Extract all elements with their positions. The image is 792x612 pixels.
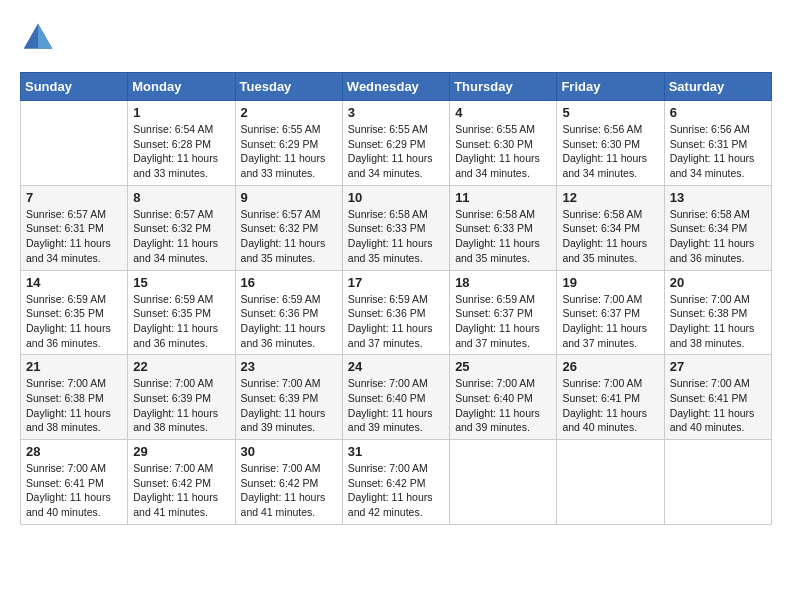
calendar-cell — [664, 440, 771, 525]
day-info: Sunrise: 6:58 AM Sunset: 6:33 PM Dayligh… — [348, 207, 444, 266]
day-info: Sunrise: 7:00 AM Sunset: 6:42 PM Dayligh… — [348, 461, 444, 520]
calendar-week-row: 14Sunrise: 6:59 AM Sunset: 6:35 PM Dayli… — [21, 270, 772, 355]
day-info: Sunrise: 7:00 AM Sunset: 6:42 PM Dayligh… — [241, 461, 337, 520]
day-number: 13 — [670, 190, 766, 205]
calendar-header-row: SundayMondayTuesdayWednesdayThursdayFrid… — [21, 73, 772, 101]
calendar-cell: 2Sunrise: 6:55 AM Sunset: 6:29 PM Daylig… — [235, 101, 342, 186]
day-number: 8 — [133, 190, 229, 205]
day-number: 23 — [241, 359, 337, 374]
day-info: Sunrise: 7:00 AM Sunset: 6:42 PM Dayligh… — [133, 461, 229, 520]
day-number: 11 — [455, 190, 551, 205]
day-number: 17 — [348, 275, 444, 290]
calendar-cell: 10Sunrise: 6:58 AM Sunset: 6:33 PM Dayli… — [342, 185, 449, 270]
calendar-cell: 17Sunrise: 6:59 AM Sunset: 6:36 PM Dayli… — [342, 270, 449, 355]
calendar-cell: 30Sunrise: 7:00 AM Sunset: 6:42 PM Dayli… — [235, 440, 342, 525]
day-info: Sunrise: 6:59 AM Sunset: 6:35 PM Dayligh… — [26, 292, 122, 351]
day-info: Sunrise: 6:57 AM Sunset: 6:32 PM Dayligh… — [133, 207, 229, 266]
day-info: Sunrise: 6:55 AM Sunset: 6:29 PM Dayligh… — [348, 122, 444, 181]
day-number: 15 — [133, 275, 229, 290]
day-number: 16 — [241, 275, 337, 290]
day-number: 20 — [670, 275, 766, 290]
calendar-cell: 11Sunrise: 6:58 AM Sunset: 6:33 PM Dayli… — [450, 185, 557, 270]
calendar-cell — [450, 440, 557, 525]
day-number: 31 — [348, 444, 444, 459]
day-info: Sunrise: 7:00 AM Sunset: 6:39 PM Dayligh… — [241, 376, 337, 435]
calendar-week-row: 28Sunrise: 7:00 AM Sunset: 6:41 PM Dayli… — [21, 440, 772, 525]
day-number: 30 — [241, 444, 337, 459]
calendar-cell: 28Sunrise: 7:00 AM Sunset: 6:41 PM Dayli… — [21, 440, 128, 525]
calendar-cell: 5Sunrise: 6:56 AM Sunset: 6:30 PM Daylig… — [557, 101, 664, 186]
day-number: 21 — [26, 359, 122, 374]
calendar-cell: 27Sunrise: 7:00 AM Sunset: 6:41 PM Dayli… — [664, 355, 771, 440]
day-number: 7 — [26, 190, 122, 205]
day-number: 4 — [455, 105, 551, 120]
day-number: 29 — [133, 444, 229, 459]
day-info: Sunrise: 6:56 AM Sunset: 6:30 PM Dayligh… — [562, 122, 658, 181]
calendar-cell: 13Sunrise: 6:58 AM Sunset: 6:34 PM Dayli… — [664, 185, 771, 270]
calendar-week-row: 1Sunrise: 6:54 AM Sunset: 6:28 PM Daylig… — [21, 101, 772, 186]
calendar-cell: 21Sunrise: 7:00 AM Sunset: 6:38 PM Dayli… — [21, 355, 128, 440]
day-info: Sunrise: 6:54 AM Sunset: 6:28 PM Dayligh… — [133, 122, 229, 181]
calendar-cell: 25Sunrise: 7:00 AM Sunset: 6:40 PM Dayli… — [450, 355, 557, 440]
page-header — [20, 20, 772, 56]
day-info: Sunrise: 6:59 AM Sunset: 6:36 PM Dayligh… — [241, 292, 337, 351]
day-info: Sunrise: 6:59 AM Sunset: 6:35 PM Dayligh… — [133, 292, 229, 351]
calendar-cell — [21, 101, 128, 186]
calendar-cell: 31Sunrise: 7:00 AM Sunset: 6:42 PM Dayli… — [342, 440, 449, 525]
day-info: Sunrise: 7:00 AM Sunset: 6:38 PM Dayligh… — [670, 292, 766, 351]
logo — [20, 20, 60, 56]
weekday-header: Thursday — [450, 73, 557, 101]
day-number: 1 — [133, 105, 229, 120]
calendar-week-row: 7Sunrise: 6:57 AM Sunset: 6:31 PM Daylig… — [21, 185, 772, 270]
day-number: 26 — [562, 359, 658, 374]
calendar-cell: 23Sunrise: 7:00 AM Sunset: 6:39 PM Dayli… — [235, 355, 342, 440]
day-info: Sunrise: 6:56 AM Sunset: 6:31 PM Dayligh… — [670, 122, 766, 181]
weekday-header: Wednesday — [342, 73, 449, 101]
calendar-cell: 18Sunrise: 6:59 AM Sunset: 6:37 PM Dayli… — [450, 270, 557, 355]
calendar-cell: 20Sunrise: 7:00 AM Sunset: 6:38 PM Dayli… — [664, 270, 771, 355]
day-info: Sunrise: 7:00 AM Sunset: 6:41 PM Dayligh… — [670, 376, 766, 435]
day-number: 24 — [348, 359, 444, 374]
day-info: Sunrise: 6:55 AM Sunset: 6:29 PM Dayligh… — [241, 122, 337, 181]
weekday-header: Monday — [128, 73, 235, 101]
calendar-cell: 4Sunrise: 6:55 AM Sunset: 6:30 PM Daylig… — [450, 101, 557, 186]
svg-marker-1 — [38, 24, 52, 49]
weekday-header: Tuesday — [235, 73, 342, 101]
day-info: Sunrise: 6:59 AM Sunset: 6:36 PM Dayligh… — [348, 292, 444, 351]
day-info: Sunrise: 6:58 AM Sunset: 6:33 PM Dayligh… — [455, 207, 551, 266]
calendar-cell: 1Sunrise: 6:54 AM Sunset: 6:28 PM Daylig… — [128, 101, 235, 186]
day-info: Sunrise: 6:59 AM Sunset: 6:37 PM Dayligh… — [455, 292, 551, 351]
day-number: 28 — [26, 444, 122, 459]
day-number: 5 — [562, 105, 658, 120]
day-info: Sunrise: 7:00 AM Sunset: 6:38 PM Dayligh… — [26, 376, 122, 435]
day-number: 18 — [455, 275, 551, 290]
day-number: 6 — [670, 105, 766, 120]
day-number: 12 — [562, 190, 658, 205]
logo-icon — [20, 20, 56, 56]
calendar-cell: 7Sunrise: 6:57 AM Sunset: 6:31 PM Daylig… — [21, 185, 128, 270]
calendar-table: SundayMondayTuesdayWednesdayThursdayFrid… — [20, 72, 772, 525]
day-number: 9 — [241, 190, 337, 205]
calendar-cell — [557, 440, 664, 525]
day-info: Sunrise: 6:57 AM Sunset: 6:31 PM Dayligh… — [26, 207, 122, 266]
day-number: 25 — [455, 359, 551, 374]
day-number: 10 — [348, 190, 444, 205]
day-info: Sunrise: 6:58 AM Sunset: 6:34 PM Dayligh… — [670, 207, 766, 266]
calendar-cell: 8Sunrise: 6:57 AM Sunset: 6:32 PM Daylig… — [128, 185, 235, 270]
weekday-header: Sunday — [21, 73, 128, 101]
calendar-cell: 3Sunrise: 6:55 AM Sunset: 6:29 PM Daylig… — [342, 101, 449, 186]
day-info: Sunrise: 7:00 AM Sunset: 6:41 PM Dayligh… — [562, 376, 658, 435]
day-info: Sunrise: 7:00 AM Sunset: 6:39 PM Dayligh… — [133, 376, 229, 435]
day-info: Sunrise: 7:00 AM Sunset: 6:40 PM Dayligh… — [348, 376, 444, 435]
calendar-cell: 29Sunrise: 7:00 AM Sunset: 6:42 PM Dayli… — [128, 440, 235, 525]
calendar-cell: 26Sunrise: 7:00 AM Sunset: 6:41 PM Dayli… — [557, 355, 664, 440]
calendar-cell: 9Sunrise: 6:57 AM Sunset: 6:32 PM Daylig… — [235, 185, 342, 270]
day-info: Sunrise: 6:58 AM Sunset: 6:34 PM Dayligh… — [562, 207, 658, 266]
day-info: Sunrise: 6:57 AM Sunset: 6:32 PM Dayligh… — [241, 207, 337, 266]
day-number: 2 — [241, 105, 337, 120]
calendar-cell: 22Sunrise: 7:00 AM Sunset: 6:39 PM Dayli… — [128, 355, 235, 440]
calendar-cell: 14Sunrise: 6:59 AM Sunset: 6:35 PM Dayli… — [21, 270, 128, 355]
day-info: Sunrise: 7:00 AM Sunset: 6:40 PM Dayligh… — [455, 376, 551, 435]
calendar-cell: 19Sunrise: 7:00 AM Sunset: 6:37 PM Dayli… — [557, 270, 664, 355]
day-info: Sunrise: 7:00 AM Sunset: 6:41 PM Dayligh… — [26, 461, 122, 520]
